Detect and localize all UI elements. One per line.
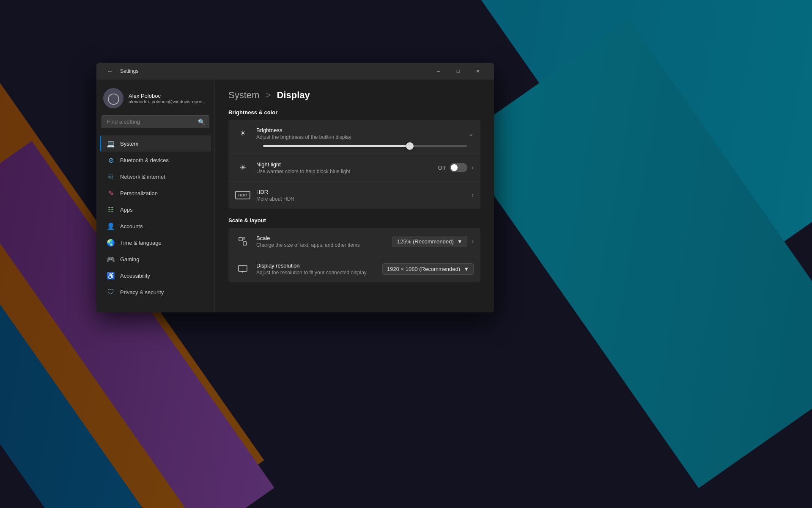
night-light-row[interactable]: ☀ Night light Use warmer colors to help … xyxy=(228,154,480,182)
scale-chevron: › xyxy=(472,237,474,245)
sidebar-item-network[interactable]: ♾ Network & internet xyxy=(100,168,211,185)
sidebar-item-label-apps: Apps xyxy=(120,207,133,213)
scale-row[interactable]: Scale Change the size of text, apps, and… xyxy=(228,228,480,255)
system-icon: 💻 xyxy=(107,139,115,148)
scale-right: 125% (Recommended) ▼ › xyxy=(392,236,474,247)
scale-layout-card: Scale Change the size of text, apps, and… xyxy=(228,228,480,282)
brightness-title: Brightness xyxy=(256,127,468,133)
back-button[interactable]: ← xyxy=(103,64,117,78)
resolution-value: 1920 × 1080 (Recommended) xyxy=(387,266,460,272)
scale-title: Scale xyxy=(256,235,392,241)
resolution-title: Display resolution xyxy=(256,262,382,269)
sidebar-item-accessibility[interactable]: ♿ Accessibility xyxy=(100,268,211,284)
brightness-right: ⌄ xyxy=(468,130,474,138)
sidebar-item-label-privacy: Privacy & security xyxy=(120,289,164,295)
hdr-right: › xyxy=(472,191,474,199)
brightness-slider-area xyxy=(235,145,474,154)
night-light-toggle[interactable] xyxy=(450,163,467,172)
sidebar-item-gaming[interactable]: 🎮 Gaming xyxy=(100,251,211,267)
breadcrumb-current: Display xyxy=(277,90,310,100)
hdr-row[interactable]: HDR HDR More about HDR › xyxy=(228,182,480,209)
sidebar: ◯ Alex Poloboc alexandru_poloboc@windows… xyxy=(96,80,215,312)
window-title: Settings xyxy=(120,68,138,74)
avatar: ◯ xyxy=(103,88,123,108)
settings-window: ← Settings ─ □ ✕ ◯ Alex Poloboc alexandr… xyxy=(96,63,494,312)
brightness-slider-fill xyxy=(263,145,410,147)
night-light-right: Off › xyxy=(438,163,474,172)
sidebar-item-label-bluetooth: Bluetooth & devices xyxy=(120,157,169,163)
toggle-knob xyxy=(451,164,458,171)
sidebar-item-time[interactable]: 🌏 Time & language xyxy=(100,235,211,251)
hdr-icon: HDR xyxy=(235,188,250,203)
breadcrumb-parent: System xyxy=(228,90,259,100)
bluetooth-icon: ⊘ xyxy=(107,156,115,164)
sidebar-item-label-accessibility: Accessibility xyxy=(120,273,150,279)
sidebar-item-label-time: Time & language xyxy=(120,240,162,246)
resolution-icon xyxy=(235,261,250,276)
sidebar-item-accounts[interactable]: 👤 Accounts xyxy=(100,218,211,234)
window-body: ◯ Alex Poloboc alexandru_poloboc@windows… xyxy=(96,80,494,312)
scale-dropdown[interactable]: 125% (Recommended) ▼ xyxy=(392,236,467,247)
night-light-text: Night light Use warmer colors to help bl… xyxy=(256,161,438,174)
scale-dropdown-arrow: ▼ xyxy=(457,238,463,245)
search-icon: 🔍 xyxy=(198,119,205,125)
brightness-row[interactable]: ☀ Brightness Adjust the brightness of th… xyxy=(228,120,480,154)
brightness-color-title: Brightness & color xyxy=(228,109,480,116)
sidebar-item-label-gaming: Gaming xyxy=(120,256,140,262)
user-email: alexandru_poloboc@windowsreport... xyxy=(129,99,208,104)
minimize-button[interactable]: ─ xyxy=(429,64,448,78)
scale-layout-section: Scale & layout Scale xyxy=(228,217,480,282)
svg-rect-2 xyxy=(243,237,245,239)
user-name: Alex Poloboc xyxy=(129,93,208,99)
network-icon: ♾ xyxy=(107,172,115,181)
scale-text: Scale Change the size of text, apps, and… xyxy=(256,235,392,248)
avatar-icon: ◯ xyxy=(107,92,120,105)
sidebar-item-label-network: Network & internet xyxy=(120,174,165,180)
night-light-icon: ☀ xyxy=(235,160,250,175)
brightness-chevron: ⌄ xyxy=(468,130,474,138)
time-icon: 🌏 xyxy=(107,238,115,247)
brightness-color-card: ☀ Brightness Adjust the brightness of th… xyxy=(228,120,480,209)
privacy-icon: 🛡 xyxy=(107,288,115,296)
night-light-title: Night light xyxy=(256,161,438,168)
brightness-slider-thumb[interactable] xyxy=(406,142,414,150)
scale-subtitle: Change the size of text, apps, and other… xyxy=(256,242,392,248)
user-profile[interactable]: ◯ Alex Poloboc alexandru_poloboc@windows… xyxy=(96,80,214,115)
svg-rect-1 xyxy=(243,242,247,245)
night-light-subtitle: Use warmer colors to help block blue lig… xyxy=(256,168,438,174)
search-input[interactable] xyxy=(102,115,209,128)
resolution-dropdown[interactable]: 1920 × 1080 (Recommended) ▼ xyxy=(382,263,474,275)
sidebar-item-privacy[interactable]: 🛡 Privacy & security xyxy=(100,284,211,300)
sidebar-item-apps[interactable]: ☷ Apps xyxy=(100,202,211,218)
night-light-chevron: › xyxy=(472,164,474,171)
resolution-row[interactable]: Display resolution Adjust the resolution… xyxy=(228,255,480,282)
brightness-slider[interactable] xyxy=(263,145,467,147)
scale-layout-title: Scale & layout xyxy=(228,217,480,224)
sidebar-item-system[interactable]: 💻 System xyxy=(100,135,211,152)
hdr-title: HDR xyxy=(256,189,472,195)
sidebar-item-personalization[interactable]: ✎ Personalization xyxy=(100,185,211,201)
maximize-button[interactable]: □ xyxy=(448,64,468,78)
window-controls: ─ □ ✕ xyxy=(429,64,487,78)
sidebar-item-label-system: System xyxy=(120,141,138,147)
scale-value: 125% (Recommended) xyxy=(397,238,454,245)
svg-rect-3 xyxy=(239,265,247,271)
apps-icon: ☷ xyxy=(107,205,115,214)
brightness-text: Brightness Adjust the brightness of the … xyxy=(256,127,468,140)
breadcrumb-separator: > xyxy=(265,90,271,100)
svg-rect-0 xyxy=(239,237,242,241)
main-content: System > Display Brightness & color ☀ Br… xyxy=(215,80,494,312)
night-light-state-label: Off xyxy=(438,165,445,171)
brightness-subtitle: Adjust the brightness of the built-in di… xyxy=(256,134,468,140)
scale-icon xyxy=(235,234,250,249)
close-button[interactable]: ✕ xyxy=(468,64,487,78)
sidebar-item-bluetooth[interactable]: ⊘ Bluetooth & devices xyxy=(100,152,211,168)
accessibility-icon: ♿ xyxy=(107,271,115,280)
hdr-text: HDR More about HDR xyxy=(256,189,472,202)
resolution-subtitle: Adjust the resolution to fit your connec… xyxy=(256,270,382,276)
search-box: 🔍 xyxy=(102,115,209,128)
accounts-icon: 👤 xyxy=(107,222,115,230)
sidebar-item-label-accounts: Accounts xyxy=(120,223,143,229)
hdr-subtitle: More about HDR xyxy=(256,196,472,202)
hdr-chevron: › xyxy=(472,191,474,199)
